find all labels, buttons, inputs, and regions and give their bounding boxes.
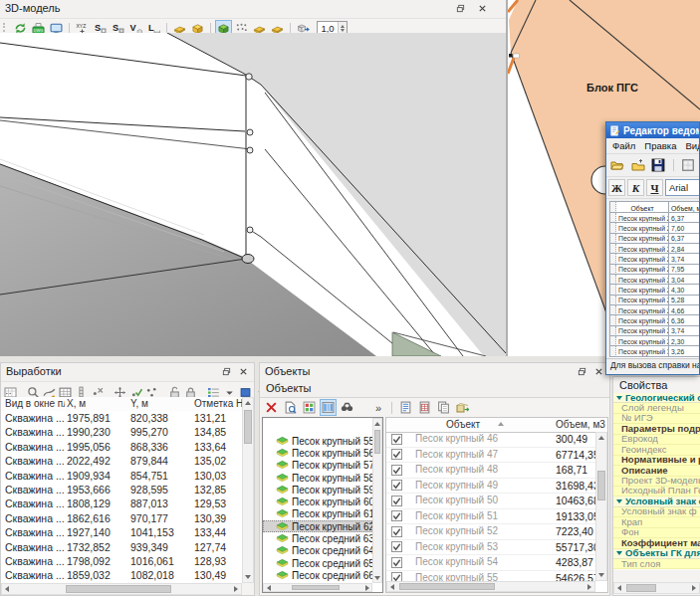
scrollbar-thumb[interactable] [597,471,605,500]
list-item[interactable]: Песок средний 66 [263,569,372,581]
list-hscrollbar[interactable] [263,583,372,592]
scrollbar-thumb[interactable] [292,585,340,590]
table-row[interactable]: Песок крупный 4931698,43 [386,479,595,495]
font-select[interactable]: Arial [665,179,700,196]
table-row[interactable]: Песок крупный 5554626,57 [386,571,595,582]
row-selector[interactable] [609,234,616,244]
property-row[interactable]: Еврокод [613,435,700,445]
italic-button[interactable]: К [627,179,644,196]
bold-button[interactable]: Ж [608,179,625,196]
scroll-left-icon[interactable] [614,583,624,593]
scroll-right-icon[interactable] [231,584,241,594]
classifier-icon[interactable] [301,399,318,416]
scroll-up-icon[interactable] [596,433,606,443]
table-report-icon[interactable] [416,399,433,416]
property-row[interactable]: Крап [613,517,700,527]
table-vscrollbar[interactable] [595,432,607,581]
scrollbar-thumb[interactable] [399,583,495,590]
table-row[interactable]: Скважина ...2022,492879,844135,02 [1,454,242,468]
column-header-volume[interactable]: Объем, м3 [669,201,700,213]
objects-list[interactable]: Песок крупный 55Песок крупный 56Песок кр… [262,417,383,593]
property-row[interactable]: Исходный План Ге [613,487,700,497]
column-header-object[interactable]: Объект [446,419,480,430]
table-row[interactable]: Скважина ...1862,616970,177130,39 [1,511,242,525]
property-row[interactable]: Описание [613,466,700,476]
property-row[interactable]: Условный знак ф [613,507,700,517]
column-header-volume[interactable]: Объем, м3 [556,419,605,430]
row-selector[interactable] [609,305,616,315]
property-row[interactable]: Геоиндекс [613,445,700,455]
property-row[interactable]: № ИГЭ [613,414,700,424]
page-preview-icon[interactable] [282,399,299,416]
scroll-down-icon[interactable] [373,573,381,582]
underline-button[interactable]: Ч [646,179,663,196]
close-icon[interactable] [476,2,488,14]
table-row[interactable]: Скважина ...1732,852939,349127,74 [1,540,242,554]
property-row[interactable]: Слой легенды [613,403,700,413]
table-row[interactable]: Скважина ...1859,0321082,018130,49 [1,568,242,582]
table-columns-icon[interactable] [320,399,337,416]
menu-item-2[interactable]: Вид [685,140,700,151]
scroll-right-icon[interactable] [689,583,699,593]
properties-hscrollbar[interactable] [613,582,700,594]
column-header-view[interactable]: Вид в окне плана [5,398,65,409]
scroll-left-icon[interactable] [387,582,397,591]
list-item[interactable]: Песок средний 63 [263,532,372,544]
list-item[interactable]: Песок крупный 61 [263,508,372,520]
scroll-up-icon[interactable] [243,398,253,408]
table-row[interactable]: Скважина ...1798,0921016,061128,93 [1,554,242,568]
3d-viewport[interactable] [0,33,506,356]
table-row[interactable]: Скважина ...1909,934854,751130,03 [1,469,242,483]
property-row[interactable]: Тип слоя [613,559,700,569]
scroll-right-icon[interactable] [584,582,594,591]
table-row[interactable]: Песок крупный 46300,49 [386,432,595,448]
row-selector[interactable] [609,213,616,223]
list-item[interactable]: Песок крупный 56 [263,447,372,459]
vyrabotki-table[interactable]: Скважина ...1975,891820,338131,21Скважин… [1,411,242,583]
property-row[interactable]: Проект 3D-модель [613,477,700,487]
menu-item-0[interactable]: Файл [612,140,635,151]
list-item[interactable]: Песок крупный 58 [263,472,372,484]
editor-table[interactable]: Объект Объем, м3 Песок крупный 26,37Песо… [609,201,700,360]
property-row[interactable]: Фон [613,528,700,538]
vyrabotki-vscrollbar[interactable] [242,397,254,583]
row-checkbox[interactable] [391,557,402,568]
table-row[interactable]: Песок крупный 5010463,68 [386,494,595,509]
column-header-y[interactable]: Y, м [130,398,192,409]
delete-red-icon[interactable] [263,399,280,416]
table-row[interactable]: Скважина ...1927,1401041,153133,44 [1,525,242,539]
scroll-down-icon[interactable] [596,570,606,580]
import-folder-icon[interactable] [629,155,648,175]
table-hscrollbar[interactable] [386,581,595,592]
table-row[interactable]: Скважина ...1975,891820,338131,21 [1,411,242,425]
scroll-left-icon[interactable] [264,584,273,591]
row-selector[interactable] [609,285,616,295]
float-icon[interactable] [576,365,587,377]
property-row[interactable]: Нормативные и ра [613,456,700,466]
row-selector[interactable] [609,223,616,233]
row-selector[interactable] [609,346,616,356]
copy-pages-icon[interactable] [435,399,452,416]
list-item[interactable]: Песок крупный 62 [263,520,372,532]
table-row[interactable]: Песок крупный 544283,87 [386,555,595,571]
row-checkbox[interactable] [391,526,402,537]
table-row[interactable]: Скважина ...1990,230995,270134,85 [1,425,242,439]
editor-titlebar[interactable]: Редактор ведомостей - [606,122,699,138]
column-header-h[interactable]: Отметка H, м [194,398,242,409]
row-checkbox[interactable] [391,465,402,476]
list-item[interactable]: Песок средний 65 [263,557,372,569]
row-selector[interactable] [609,326,616,336]
list-item[interactable]: Песок крупный 59 [263,484,372,496]
row-selector[interactable] [609,244,616,254]
row-selector[interactable] [609,296,616,305]
row-selector[interactable] [609,265,616,275]
property-group[interactable]: Объекты ГК для ф [613,549,700,559]
scroll-left-icon[interactable] [2,584,12,594]
open-folder-icon[interactable] [608,155,627,175]
row-selector[interactable] [609,315,616,325]
table-row[interactable]: Песок крупный 527223,40 [386,524,595,540]
float-icon[interactable] [220,365,232,377]
list-vscrollbar[interactable] [372,418,382,583]
scroll-down-icon[interactable] [243,572,253,582]
table-row[interactable]: Песок крупный 5355717,30 [386,540,595,556]
